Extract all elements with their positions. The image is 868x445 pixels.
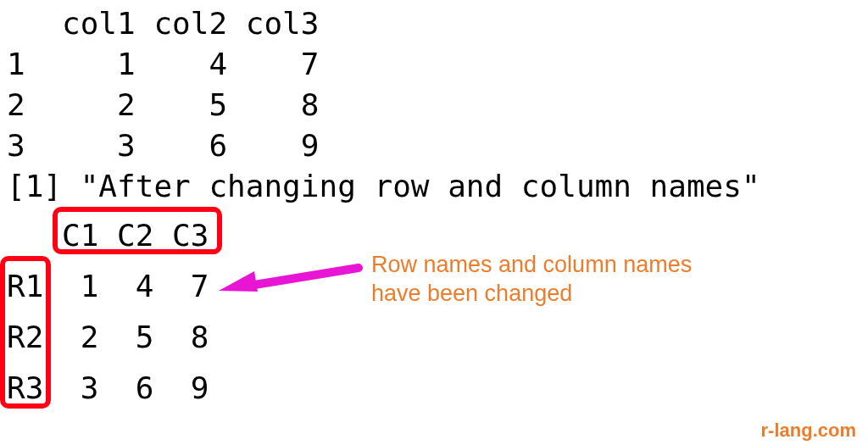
table1-row-1: 1 1 4 7 — [7, 49, 319, 80]
highlight-row-names — [0, 256, 51, 409]
svg-marker-1 — [219, 271, 258, 292]
figure-stage: col1 col2 col3 1 1 4 7 2 2 5 8 3 3 6 9 [… — [0, 0, 868, 445]
annotation-note-line-1: Row names and column names — [371, 251, 692, 280]
arrow-icon — [219, 253, 363, 303]
table1-row-3: 3 3 6 9 — [7, 131, 319, 161]
svg-line-0 — [244, 268, 359, 286]
table1-row-2: 2 2 5 8 — [7, 90, 319, 120]
annotation-note-line-2: have been changed — [371, 280, 572, 309]
console-message: [1] "After changing row and column names… — [7, 171, 760, 202]
highlight-column-names — [53, 207, 222, 254]
table1-header: col1 col2 col3 — [7, 8, 319, 39]
watermark: r-lang.com — [761, 421, 856, 440]
